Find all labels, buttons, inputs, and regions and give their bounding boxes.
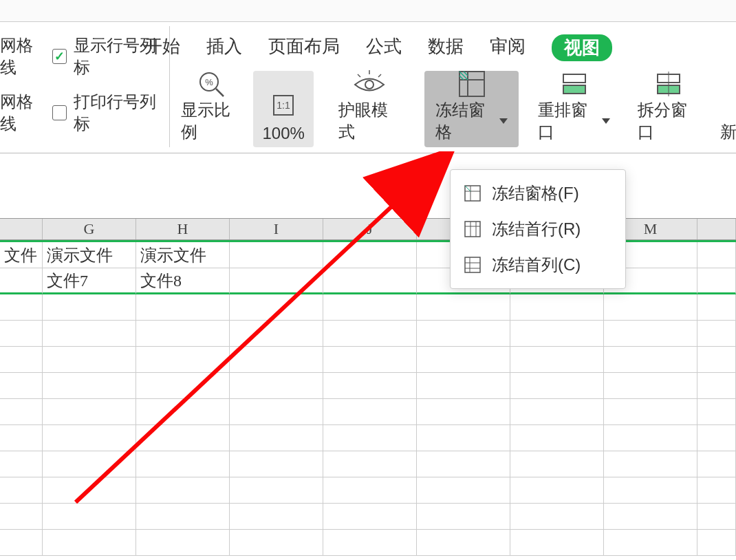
cell[interactable] [136, 425, 230, 451]
menu-freeze-first-col[interactable]: 冻结首列(C) [451, 247, 625, 283]
cell[interactable] [604, 477, 697, 504]
cell[interactable] [230, 294, 323, 321]
cell[interactable] [230, 242, 323, 268]
cell[interactable] [323, 399, 417, 425]
cell[interactable] [604, 347, 697, 373]
cell[interactable] [604, 399, 697, 425]
cell[interactable] [323, 373, 417, 399]
cell[interactable] [510, 399, 604, 425]
cell[interactable] [604, 504, 697, 530]
cell[interactable] [230, 268, 323, 294]
menu-freeze-panes[interactable]: 冻结窗格(F) [451, 175, 625, 211]
cell[interactable] [417, 425, 510, 451]
menu-freeze-first-row[interactable]: 冻结首行(R) [451, 211, 625, 247]
cell[interactable] [697, 477, 736, 504]
cell[interactable] [0, 504, 43, 530]
cell[interactable] [0, 530, 43, 556]
cell[interactable] [136, 399, 230, 425]
cell[interactable] [604, 425, 697, 451]
freeze-panes-button[interactable]: 冻结窗格 [424, 71, 519, 147]
cell[interactable] [697, 347, 736, 373]
tab-formula[interactable]: 公式 [366, 34, 402, 61]
cell[interactable] [43, 451, 136, 477]
cell[interactable] [136, 504, 230, 530]
tab-view[interactable]: 视图 [552, 34, 612, 61]
cell[interactable] [0, 373, 43, 399]
cell[interactable] [43, 504, 136, 530]
cell[interactable] [43, 425, 136, 451]
col-header-F-partial[interactable] [0, 219, 43, 239]
cell[interactable] [230, 504, 323, 530]
zoom-100-button[interactable]: 1:1 100% [253, 71, 314, 147]
cell[interactable] [43, 477, 136, 504]
cell[interactable] [417, 399, 510, 425]
split-window-button[interactable]: 拆分窗口 [627, 71, 710, 147]
col-header-I[interactable]: I [230, 219, 323, 239]
cell[interactable] [417, 321, 510, 347]
tab-data[interactable]: 数据 [428, 34, 464, 61]
cell[interactable]: 文件 [0, 242, 43, 268]
cell[interactable] [43, 373, 136, 399]
cell[interactable] [323, 530, 417, 556]
checkbox-show-headers-icon[interactable] [52, 49, 67, 64]
cell[interactable] [510, 321, 604, 347]
cell[interactable] [43, 294, 136, 321]
cell[interactable] [0, 294, 43, 321]
cell[interactable] [697, 425, 736, 451]
cell[interactable] [697, 294, 736, 321]
cell[interactable] [697, 504, 736, 530]
cell[interactable] [697, 399, 736, 425]
cell[interactable] [417, 504, 510, 530]
cell[interactable] [136, 321, 230, 347]
cell[interactable] [136, 373, 230, 399]
cell[interactable] [43, 347, 136, 373]
eye-protection-button[interactable]: 护眼模式 [327, 71, 411, 147]
cell[interactable] [323, 477, 417, 504]
cell[interactable] [230, 530, 323, 556]
cell[interactable] [697, 373, 736, 399]
cell[interactable] [323, 504, 417, 530]
cell[interactable] [323, 347, 417, 373]
cell[interactable] [136, 347, 230, 373]
cell[interactable] [323, 268, 417, 294]
cell[interactable] [323, 294, 417, 321]
cell[interactable] [0, 399, 43, 425]
cell[interactable] [604, 451, 697, 477]
show-row-col-headers[interactable]: 网格线 显示行号列标 [0, 34, 169, 78]
cell[interactable] [0, 477, 43, 504]
cell[interactable] [510, 477, 604, 504]
cell[interactable] [0, 425, 43, 451]
col-header-H[interactable]: H [136, 219, 230, 239]
col-header-N-partial[interactable] [697, 219, 736, 239]
cell[interactable] [697, 242, 736, 268]
cell[interactable] [0, 321, 43, 347]
cell[interactable] [0, 268, 43, 294]
cell[interactable] [510, 451, 604, 477]
cell[interactable] [510, 530, 604, 556]
cell[interactable] [43, 399, 136, 425]
cell[interactable] [136, 294, 230, 321]
cell[interactable] [417, 530, 510, 556]
cell[interactable] [323, 242, 417, 268]
cell[interactable] [510, 347, 604, 373]
cell[interactable] [417, 373, 510, 399]
cell[interactable] [230, 451, 323, 477]
cell[interactable] [417, 294, 510, 321]
cell[interactable] [604, 530, 697, 556]
new-window-button-partial[interactable]: 新 [710, 71, 736, 147]
checkbox-print-headers-icon[interactable] [52, 105, 67, 120]
rearrange-windows-button[interactable]: 重排窗口 [527, 71, 621, 147]
cell[interactable] [510, 504, 604, 530]
cell[interactable] [510, 425, 604, 451]
cell[interactable] [43, 321, 136, 347]
cell[interactable] [697, 268, 736, 294]
print-row-col-headers[interactable]: 网格线 打印行号列标 [0, 91, 169, 135]
cell[interactable] [136, 477, 230, 504]
cell[interactable] [136, 451, 230, 477]
cell[interactable]: 文件8 [136, 268, 230, 294]
cell[interactable] [0, 451, 43, 477]
cell[interactable] [43, 530, 136, 556]
cell[interactable] [697, 530, 736, 556]
cell[interactable]: 文件7 [43, 268, 136, 294]
cell[interactable] [697, 451, 736, 477]
